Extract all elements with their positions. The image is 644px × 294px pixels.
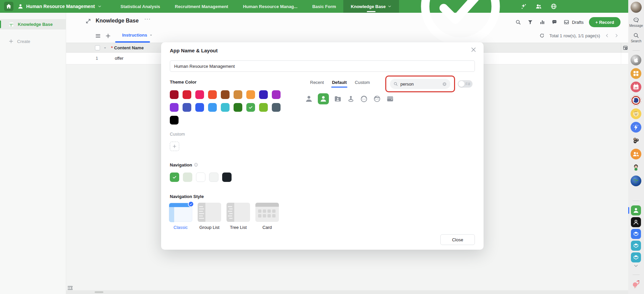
flamingo-sticker[interactable]	[631, 279, 641, 289]
fill-toggle[interactable]: Fill	[458, 80, 473, 88]
drafts-button[interactable]: Drafts	[563, 19, 584, 25]
workspace-tab-2[interactable]: Recruitment Management	[167, 0, 236, 13]
refresh-icon[interactable]	[539, 33, 545, 38]
more-options-icon[interactable]: ···	[144, 16, 151, 22]
globe-icon[interactable]	[550, 3, 557, 10]
workspace-tab-5[interactable]: Knowledge Base	[343, 0, 399, 13]
theme-color-swatch[interactable]	[170, 103, 179, 112]
nav-style-group-list[interactable]: Group List	[198, 203, 221, 230]
navigation-color-swatch[interactable]	[222, 173, 232, 182]
theme-color-swatch[interactable]	[170, 90, 179, 99]
theme-color-swatch[interactable]	[183, 103, 191, 112]
theme-color-swatch[interactable]	[195, 103, 204, 112]
app-identity[interactable]: Human Resource Management	[17, 0, 102, 13]
page-prev-icon[interactable]	[605, 33, 609, 38]
workspace-tab-1[interactable]: Statistical Analysis	[113, 0, 167, 13]
face-female-icon[interactable]	[360, 95, 368, 103]
captain-shield-icon[interactable]: ★	[631, 95, 641, 106]
theme-color-swatch[interactable]	[208, 103, 217, 112]
app-grid-icon[interactable]	[631, 68, 641, 79]
vault-boy-icon[interactable]	[631, 108, 641, 119]
icon-search-box[interactable]	[390, 79, 450, 89]
column-header-content-name[interactable]: Content Name	[114, 45, 144, 50]
caret-down-icon[interactable]	[103, 46, 107, 50]
people-orange-icon[interactable]	[631, 149, 641, 159]
theme-color-swatch[interactable]	[272, 90, 281, 99]
create-button[interactable]: Create	[0, 36, 66, 46]
search-icon[interactable]	[633, 32, 639, 39]
person-bust-icon[interactable]	[305, 95, 313, 103]
icon-search-input[interactable]	[400, 82, 440, 87]
icon-tab-default[interactable]: Default	[332, 80, 347, 88]
collapse-sidebar-icon[interactable]	[66, 285, 74, 291]
horizontal-scrollbar[interactable]	[66, 290, 628, 294]
calendar-icon[interactable]: 20	[631, 82, 641, 92]
theme-color-swatch[interactable]	[259, 103, 268, 112]
filter-icon[interactable]	[527, 19, 533, 25]
workspace-tab-3[interactable]: Human Resource Manag...	[236, 0, 305, 13]
user-avatar[interactable]	[631, 2, 642, 13]
nav-style-card[interactable]: Card	[255, 203, 279, 230]
navigation-color-swatch[interactable]	[183, 173, 192, 182]
base-teal-2-app-tile[interactable]	[631, 252, 641, 262]
ai-lightning-icon[interactable]	[631, 122, 641, 133]
close-button[interactable]: Close	[440, 234, 475, 245]
person-green-app-tile[interactable]	[631, 205, 641, 215]
navigation-color-swatch[interactable]	[196, 173, 205, 182]
page-next-icon[interactable]	[614, 33, 619, 38]
expand-icon[interactable]	[85, 18, 91, 24]
face-male-icon[interactable]	[373, 95, 381, 103]
nav-style-classic[interactable]: Classic	[169, 203, 192, 230]
sidebar-item-knowledge-base[interactable]: Knowledge Base	[0, 19, 66, 30]
app-name-input[interactable]	[170, 60, 475, 72]
theme-color-swatch[interactable]	[272, 103, 281, 112]
theme-color-swatch[interactable]	[246, 90, 255, 99]
theme-color-swatch[interactable]	[208, 90, 217, 99]
girl-sticker-icon[interactable]	[631, 162, 641, 173]
theme-color-swatch[interactable]	[170, 116, 179, 125]
theme-color-swatch[interactable]	[221, 103, 230, 112]
home-button[interactable]	[4, 2, 13, 11]
nav-style-tree-list[interactable]: Tree List	[227, 203, 250, 230]
theme-color-swatch[interactable]	[246, 103, 255, 112]
theme-color-swatch[interactable]	[234, 103, 242, 112]
message-bubble-icon[interactable]	[633, 17, 639, 23]
icon-tab-recent[interactable]: Recent	[310, 80, 324, 88]
person-black-app-tile[interactable]	[631, 217, 641, 227]
person-podium-icon[interactable]	[347, 95, 355, 103]
navigation-color-swatch[interactable]	[209, 173, 218, 182]
apple-logo-icon[interactable]	[631, 55, 641, 65]
view-list-icon[interactable]	[95, 33, 101, 39]
theme-color-swatch[interactable]	[195, 90, 204, 99]
base-blue-app-tile[interactable]	[631, 229, 641, 239]
magic-wand-icon[interactable]	[520, 3, 527, 10]
field-config-icon[interactable]	[623, 45, 628, 51]
info-icon[interactable]	[194, 162, 198, 167]
navigation-color-swatch[interactable]	[170, 173, 179, 182]
base-teal-app-tile[interactable]	[631, 241, 641, 251]
theme-color-swatch[interactable]	[221, 90, 230, 99]
add-view-icon[interactable]	[105, 33, 111, 39]
workspace-tab-4[interactable]: Basic Form	[305, 0, 343, 13]
scrollbar-thumb[interactable]	[95, 291, 103, 293]
wallet-icon[interactable]	[386, 95, 394, 103]
chevron-down-icon[interactable]	[633, 263, 639, 268]
comment-icon[interactable]	[551, 19, 557, 25]
chart-icon[interactable]	[539, 19, 545, 25]
close-icon[interactable]	[470, 46, 477, 53]
earth-icon[interactable]	[631, 176, 641, 186]
person-bust-icon-selected[interactable]	[318, 93, 329, 104]
theme-color-swatch[interactable]	[183, 90, 191, 99]
theme-color-swatch[interactable]	[234, 90, 242, 99]
folder-person-icon[interactable]	[334, 95, 342, 103]
icon-tab-custom[interactable]: Custom	[355, 80, 370, 88]
members-icon[interactable]	[535, 3, 542, 10]
add-record-button[interactable]: + Record	[589, 17, 621, 27]
theme-color-swatch[interactable]	[259, 90, 268, 99]
select-all-checkbox[interactable]	[95, 45, 100, 50]
view-tab-instructions[interactable]: Instructions	[122, 33, 153, 38]
cell-content-name[interactable]: offer	[115, 56, 123, 61]
avatar-cluster-icon[interactable]	[631, 135, 641, 146]
clear-search-icon[interactable]	[442, 82, 447, 87]
search-icon[interactable]	[515, 19, 521, 25]
